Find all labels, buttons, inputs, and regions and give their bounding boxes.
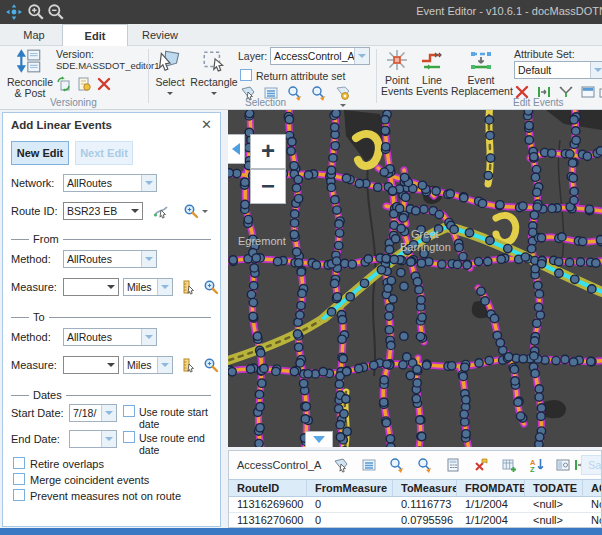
versioning-group-label: Versioning <box>50 97 97 108</box>
use-route-end-label: Use route end date <box>139 432 220 456</box>
cell-routeid: 11316269600 <box>229 497 307 512</box>
panel-close-icon[interactable]: ✕ <box>201 117 212 132</box>
table-form-icon[interactable] <box>555 457 571 473</box>
use-route-end-checkbox[interactable] <box>123 431 135 443</box>
point-events-button[interactable]: Point Events <box>381 48 413 97</box>
next-edit-button[interactable]: Next Edit <box>75 141 133 165</box>
table-clear-selection-icon[interactable] <box>473 457 489 473</box>
from-method-label: Method: <box>11 253 51 265</box>
from-measure-combo-arrow[interactable] <box>103 279 118 295</box>
table-layer-name: AccessControl_A <box>237 459 321 471</box>
use-route-start-checkbox[interactable] <box>123 405 135 417</box>
table-calculate-icon[interactable] <box>445 457 461 473</box>
copy-event-icon[interactable] <box>598 84 602 100</box>
column-header-fromdate[interactable]: FROMDATE <box>457 480 525 496</box>
network-combo-arrow[interactable] <box>141 175 156 191</box>
map-canvas[interactable]: Egremont Great Barrington + − <box>228 110 602 447</box>
pan-to-selection-icon[interactable] <box>311 85 327 101</box>
to-measure-zoom-icon[interactable] <box>203 357 219 373</box>
collapse-table-arrow[interactable] <box>305 431 333 447</box>
table-row[interactable]: 11316270600 0 0.0795596 1/1/2004 <null> … <box>229 513 602 528</box>
route-zoom-icon[interactable] <box>183 203 199 219</box>
to-method-combo-arrow[interactable] <box>141 329 156 345</box>
column-header-todate[interactable]: TODATE <box>525 480 583 496</box>
to-measure-combo[interactable] <box>63 356 119 374</box>
from-method-combo-arrow[interactable] <box>141 251 156 267</box>
attribute-set-combo[interactable]: Default <box>514 61 602 79</box>
return-attribute-set-checkbox[interactable] <box>240 69 252 81</box>
map-zoom-control: + − <box>250 134 286 205</box>
end-date-combo-arrow[interactable] <box>101 431 116 447</box>
start-date-combo-arrow[interactable] <box>101 405 116 421</box>
new-version-icon[interactable] <box>76 76 92 92</box>
zoom-in-icon[interactable] <box>27 3 45 21</box>
table-sort-icon[interactable] <box>529 457 545 473</box>
to-measure-pick-icon[interactable] <box>181 357 197 373</box>
from-units-combo-arrow[interactable] <box>157 279 172 295</box>
layer-combo[interactable]: AccessControl_A <box>270 47 370 65</box>
zoom-to-selection-icon[interactable] <box>287 85 303 101</box>
attribute-set-combo-arrow[interactable] <box>590 62 602 78</box>
route-pick-icon[interactable] <box>153 203 169 219</box>
network-label: Network: <box>11 177 54 189</box>
network-combo[interactable]: AllRoutes <box>63 174 157 192</box>
from-units-combo[interactable]: Miles <box>123 278 173 296</box>
new-edit-button[interactable]: New Edit <box>11 141 69 165</box>
layer-combo-arrow[interactable] <box>354 48 369 64</box>
table-toolbar: AccessControl_A Sa <box>229 451 602 479</box>
collapse-panel-arrow[interactable] <box>228 134 245 164</box>
from-measure-pick-icon[interactable] <box>181 279 197 295</box>
from-measure-zoom-icon[interactable] <box>203 279 219 295</box>
table-pan-selected-icon[interactable] <box>417 457 433 473</box>
from-measure-combo[interactable] <box>63 278 119 296</box>
to-method-combo[interactable]: AllRoutes <box>63 328 157 346</box>
route-id-combo-arrow[interactable] <box>127 203 142 219</box>
tab-edit[interactable]: Edit <box>62 24 128 46</box>
table-save-button[interactable]: Sa <box>581 455 602 475</box>
use-route-start-label: Use route start date <box>139 406 220 430</box>
map-zoom-out-button[interactable]: − <box>250 169 286 204</box>
rectangle-tool-button[interactable]: Rectangle <box>190 48 238 100</box>
table-header-row: RouteID FromMeasure ToMeasure FROMDATE T… <box>229 479 602 497</box>
table-add-record-icon[interactable] <box>501 457 517 473</box>
column-header-access[interactable]: ACC <box>583 480 602 496</box>
delete-version-icon[interactable] <box>96 76 112 92</box>
end-date-combo[interactable] <box>69 430 117 448</box>
add-linear-events-panel: Add Linear Events ✕ New Edit Next Edit N… <box>2 112 221 527</box>
prevent-measures-checkbox[interactable] <box>13 489 25 501</box>
tab-map[interactable]: Map <box>8 24 60 46</box>
retire-overlaps-checkbox[interactable] <box>13 457 25 469</box>
selection-options-icon[interactable] <box>335 85 351 101</box>
table-list-icon[interactable] <box>361 457 377 473</box>
merge-coincident-checkbox[interactable] <box>13 473 25 485</box>
retire-overlaps-label: Retire overlaps <box>30 458 104 470</box>
column-header-frommeasure[interactable]: FromMeasure <box>307 480 393 496</box>
column-header-routeid[interactable]: RouteID <box>229 480 307 496</box>
start-date-label: Start Date: <box>11 407 64 419</box>
route-id-combo[interactable]: BSR23 EB <box>63 202 143 220</box>
cell-frommeasure: 0 <box>307 497 393 512</box>
pan-icon[interactable] <box>5 3 23 21</box>
reconcile-versions-icon[interactable] <box>56 76 72 92</box>
line-events-icon <box>420 48 444 72</box>
zoom-out-icon[interactable] <box>47 3 65 21</box>
map-zoom-in-button[interactable]: + <box>250 134 286 169</box>
tab-review[interactable]: Review <box>130 24 190 46</box>
from-method-combo[interactable]: AllRoutes <box>63 250 157 268</box>
line-events-button[interactable]: Line Events <box>415 48 449 97</box>
to-method-label: Method: <box>11 331 51 343</box>
to-measure-combo-arrow[interactable] <box>103 357 118 373</box>
version-label: Version: <box>56 48 94 60</box>
to-units-combo[interactable]: Miles <box>123 356 173 374</box>
select-tool-button[interactable]: Select <box>152 48 188 100</box>
event-panel-icon[interactable] <box>580 84 596 100</box>
route-zoom-caret[interactable] <box>202 210 208 216</box>
start-date-combo[interactable]: 7/18/ <box>69 404 117 422</box>
table-row[interactable]: 11316269600 0 0.1116773 1/1/2004 <null> … <box>229 497 602 513</box>
column-header-tomeasure[interactable]: ToMeasure <box>393 480 457 496</box>
table-select-icon[interactable] <box>333 457 349 473</box>
reconcile-post-button[interactable]: Reconcile & Post <box>4 48 56 99</box>
event-replacement-button[interactable]: Event Replacement <box>451 48 511 97</box>
to-units-combo-arrow[interactable] <box>157 357 172 373</box>
table-zoom-selected-icon[interactable] <box>389 457 405 473</box>
